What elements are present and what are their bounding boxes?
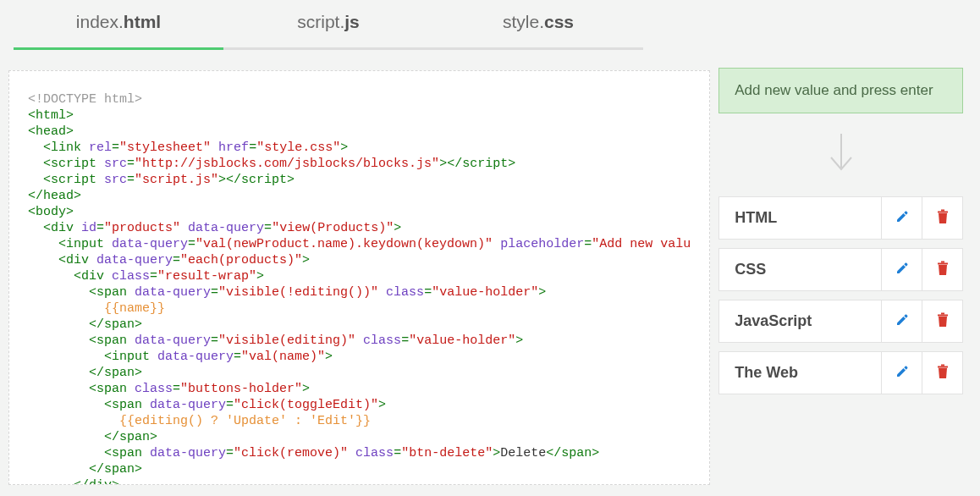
edit-button[interactable] (882, 196, 922, 240)
items-list: HTMLCSSJavaScriptThe Web (718, 196, 963, 394)
add-new-input[interactable]: Add new value and press enter (718, 68, 963, 113)
list-item-label: The Web (718, 351, 882, 394)
list-item: HTML (718, 196, 963, 240)
svg-rect-1 (941, 209, 944, 211)
edit-button[interactable] (882, 300, 922, 343)
svg-rect-5 (941, 312, 944, 314)
code-editor[interactable]: <!DOCTYPE html> <html> <head> <link rel=… (8, 70, 710, 485)
list-item: The Web (718, 351, 963, 394)
tab-js[interactable]: script.js (223, 0, 433, 50)
trash-icon (936, 364, 950, 383)
delete-button[interactable] (922, 351, 963, 394)
svg-rect-6 (938, 366, 948, 367)
delete-button[interactable] (922, 300, 963, 343)
pencil-icon (895, 262, 909, 278)
pencil-icon (895, 210, 909, 227)
pencil-icon (895, 313, 909, 330)
trash-icon (936, 209, 950, 228)
delete-button[interactable] (922, 196, 963, 240)
list-item: JavaScript (718, 300, 963, 343)
delete-button[interactable] (922, 248, 963, 291)
svg-rect-7 (941, 364, 944, 366)
list-item: CSS (718, 248, 963, 291)
svg-rect-4 (938, 314, 948, 316)
list-item-label: CSS (718, 248, 882, 291)
svg-rect-3 (941, 261, 944, 262)
list-item-label: JavaScript (718, 300, 882, 343)
tab-html[interactable]: index.html (14, 0, 223, 50)
svg-rect-0 (938, 211, 948, 212)
list-item-label: HTML (718, 196, 882, 240)
trash-icon (936, 261, 950, 279)
file-tabs: index.htmlscript.jsstyle.css (8, 0, 710, 50)
arrow-down-icon (718, 132, 963, 178)
tab-css[interactable]: style.css (433, 0, 643, 50)
pencil-icon (895, 365, 909, 382)
svg-rect-2 (938, 262, 948, 264)
trash-icon (936, 312, 950, 331)
edit-button[interactable] (882, 351, 922, 394)
edit-button[interactable] (882, 248, 922, 291)
